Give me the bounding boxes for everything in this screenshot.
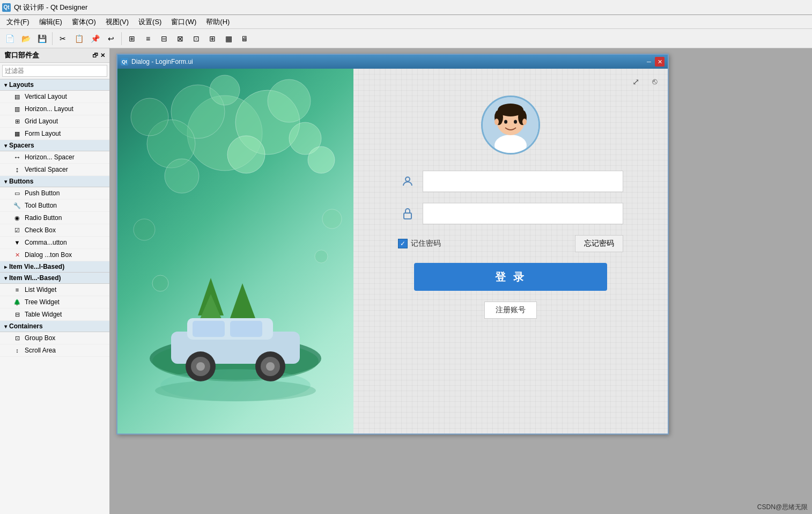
toolbar-cut[interactable]: ✂ [55,31,70,46]
widget-tool-button[interactable]: 🔧 Tool Button [0,200,109,212]
toolbar-new[interactable]: 📄 [2,31,17,46]
category-spacers[interactable]: ▾ Spacers [0,140,109,151]
category-item-widgets[interactable]: ▾ Item Wi...-Based) [0,273,109,284]
widget-list-widget[interactable]: ≡ List Widget [0,284,109,296]
svg-point-42 [494,119,499,125]
svg-point-30 [152,275,168,291]
horizontal-layout-label: Horizon... Layout [25,105,73,113]
username-input[interactable] [423,171,623,192]
widget-vertical-layout[interactable]: ▤ Vertical Layout [0,91,109,103]
widget-command-button[interactable]: ▼ Comma...utton [0,237,109,249]
menu-help[interactable]: 帮助(H) [202,16,234,28]
toolbar-open[interactable]: 📂 [18,31,33,46]
svg-point-33 [322,209,342,229]
category-containers-arrow: ▾ [4,324,7,329]
widget-check-box[interactable]: ☑ Check Box [0,224,109,237]
table-widget-icon: ⊟ [13,310,21,319]
svg-point-28 [266,362,275,371]
menu-form[interactable]: 窗体(O) [68,16,100,28]
designer-close-btn[interactable]: ✕ [655,57,665,67]
toolbar-layout5[interactable]: ⊡ [189,31,204,46]
forgot-password-button[interactable]: 忘记密码 [575,235,623,252]
push-button-icon: ▭ [13,189,21,197]
widget-table-widget[interactable]: ⊟ Table Widget [0,309,109,321]
designer-minimize-btn[interactable]: ─ [644,57,654,67]
menu-settings[interactable]: 设置(S) [134,16,166,28]
category-item-views-arrow: ▸ [4,264,7,270]
register-button[interactable]: 注册账号 [484,302,537,319]
category-item-views[interactable]: ▸ Item Vie...l-Based) [0,261,109,273]
panel-icons: ⤢ ⎋ [628,74,662,89]
login-panel: ⤢ ⎋ [353,69,668,434]
vertical-layout-label: Vertical Layout [25,93,67,100]
filter-input[interactable] [2,65,107,77]
tool-button-icon: 🔧 [13,201,21,210]
dialog-button-box-icon: ✕ [13,251,21,259]
widget-box-float-icon[interactable]: 🗗 [92,52,98,59]
maximize-icon[interactable]: ⤢ [628,74,643,89]
user-icon [398,172,417,191]
svg-point-43 [522,119,527,125]
password-row [398,203,623,224]
toolbar: 📄 📂 💾 ✂ 📋 📌 ↩ ⊞ ≡ ⊟ ⊠ ⊡ ⊞ ▦ 🖥 [0,29,812,48]
toolbar-layout4[interactable]: ⊠ [173,31,188,46]
category-containers[interactable]: ▾ Containers [0,321,109,332]
toolbar-undo[interactable]: ↩ [104,31,119,46]
widget-box-close-icon[interactable]: ✕ [100,52,105,59]
widget-horizontal-spacer[interactable]: ↔ Horizon... Spacer [0,151,109,164]
widget-group-box[interactable]: ⊡ Group Box [0,332,109,344]
designer-title-icon: Qt [121,58,128,65]
decorative-svg [117,69,353,434]
svg-point-32 [134,219,155,240]
widget-radio-button[interactable]: ◉ Radio Button [0,212,109,224]
vertical-spacer-label: Vertical Spacer [25,166,68,173]
exit-icon[interactable]: ⎋ [647,74,662,89]
toolbar-save[interactable]: 💾 [34,31,49,46]
group-box-label: Group Box [25,334,55,342]
group-box-icon: ⊡ [13,334,21,342]
designer-window: Qt Dialog - LoginForm.ui ─ ✕ [116,54,669,435]
toolbar-layout7[interactable]: ▦ [221,31,236,46]
toolbar-copy[interactable]: 📋 [71,31,86,46]
main-layout: 窗口部件盒 🗗 ✕ ▾ Layouts ▤ Vertical Layout ▥ … [0,48,812,514]
toolbar-layout3[interactable]: ⊟ [157,31,172,46]
widget-form-layout[interactable]: ▦ Form Layout [0,128,109,140]
svg-point-7 [131,98,168,136]
widget-box: 窗口部件盒 🗗 ✕ ▾ Layouts ▤ Vertical Layout ▥ … [0,48,110,514]
scroll-area-icon: ↕ [13,346,21,355]
menu-file[interactable]: 文件(F) [2,16,34,28]
designer-title-controls: ─ ✕ [644,57,665,67]
widget-list: ▾ Layouts ▤ Vertical Layout ▥ Horizon...… [0,79,109,514]
svg-point-10 [165,159,199,193]
menu-window[interactable]: 窗口(W) [167,16,201,28]
widget-scroll-area[interactable]: ↕ Scroll Area [0,344,109,357]
title-bar: Qt Qt 设计师 - Qt Designer [0,0,812,15]
svg-point-44 [405,177,410,181]
lock-icon [398,204,417,223]
widget-push-button[interactable]: ▭ Push Button [0,187,109,200]
menu-edit[interactable]: 编辑(E) [35,16,67,28]
watermark: CSDN@思绪无限 [757,503,808,512]
widget-horizontal-layout[interactable]: ▥ Horizon... Layout [0,103,109,115]
widget-grid-layout[interactable]: ⊞ Grid Layout [0,115,109,128]
widget-tree-widget[interactable]: 🌲 Tree Widget [0,296,109,309]
login-button[interactable]: 登 录 [414,263,607,291]
form-container: ⤢ ⎋ [117,69,668,434]
category-layouts[interactable]: ▾ Layouts [0,79,109,91]
check-box-icon: ☑ [13,226,21,234]
designer-title-bar: Qt Dialog - LoginForm.ui ─ ✕ [117,55,668,69]
menu-view[interactable]: 视图(V) [101,16,133,28]
command-button-icon: ▼ [13,238,21,247]
widget-box-header: 窗口部件盒 🗗 ✕ [0,48,109,63]
toolbar-layout2[interactable]: ≡ [141,31,156,46]
toolbar-preview[interactable]: 🖥 [237,31,252,46]
widget-dialog-button-box[interactable]: ✕ Dialog ...ton Box [0,249,109,261]
category-buttons[interactable]: ▾ Buttons [0,176,109,187]
svg-point-31 [315,250,328,263]
toolbar-paste[interactable]: 📌 [87,31,102,46]
toolbar-layout1[interactable]: ⊞ [124,31,139,46]
password-input[interactable] [423,203,623,224]
remember-checkbox[interactable]: ✓ [398,239,408,248]
widget-vertical-spacer[interactable]: ↕ Vertical Spacer [0,164,109,176]
toolbar-layout6[interactable]: ⊞ [205,31,220,46]
